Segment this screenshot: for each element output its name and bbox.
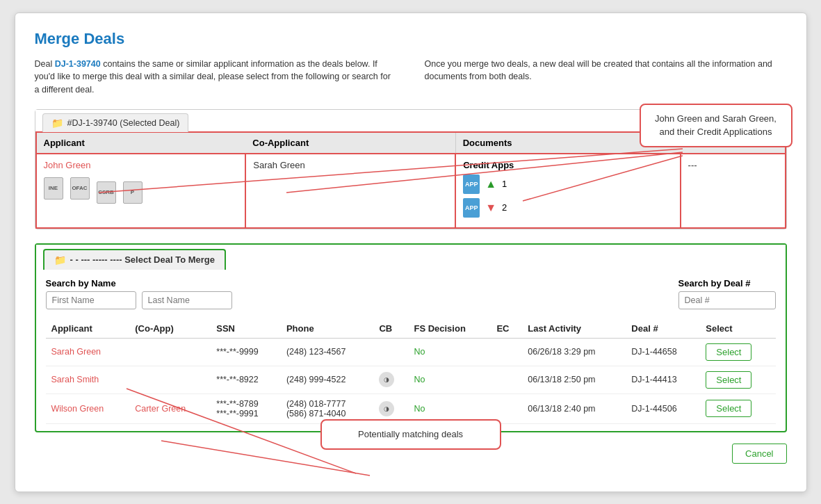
th-applicant: Applicant: [46, 319, 130, 339]
search-by-name-label: Search by Name: [46, 278, 232, 288]
row1-ec: [491, 338, 522, 366]
row3-applicant: Wilson Green: [46, 393, 130, 423]
doc-icon-ine: INE: [44, 177, 63, 204]
row2-deal-num: DJ-1-44413: [626, 366, 700, 393]
table-row: Sarah Smith ***-**-8922 (248) 999-4522 ◑…: [46, 366, 776, 393]
select-button-3[interactable]: Select: [706, 400, 751, 417]
doc-icon-ofac: OFAC: [70, 177, 90, 204]
row3-coapplicant: Carter Green: [129, 393, 211, 423]
doc-icon-p: P: [123, 177, 143, 204]
row1-last-activity: 06/26/18 3:29 pm: [522, 338, 626, 366]
coapplicant-header: Co-Applicant: [245, 132, 455, 154]
credit-app-count-1: 1: [502, 179, 507, 189]
credit-app-count-2: 2: [502, 202, 507, 213]
row2-ec: [491, 366, 522, 393]
callout-matching-text: Potentially matching deals: [358, 429, 463, 439]
description-row: Deal DJ-1-39740 contains the same or sim…: [35, 58, 787, 97]
merge-tab[interactable]: 📁 - - --- ----- ---- Select Deal To Merg…: [43, 249, 226, 270]
search-row: Search by Name Search by Deal #: [46, 278, 776, 309]
row1-deal-num: DJ-1-44658: [626, 338, 700, 366]
description-right: Once you merge two deals, a new deal wil…: [425, 58, 787, 97]
th-phone: Phone: [281, 319, 374, 339]
row2-applicant: Sarah Smith: [46, 366, 130, 393]
app-icon-2: APP: [463, 198, 480, 218]
row2-select-cell: Select: [700, 366, 775, 393]
selected-deal-tab[interactable]: 📁 #DJ-1-39740 (Selected Deal): [42, 113, 189, 132]
th-coapplicant: (Co-App): [129, 319, 211, 339]
cb-icon-3: ◑: [379, 401, 394, 416]
callout-john-sarah-text: John Green and Sarah Green,and their Cre…: [655, 113, 777, 138]
cancel-button[interactable]: Cancel: [732, 444, 786, 464]
creditapps-cell: Credit Apps APP ▲ 1 APP ▼ 2: [455, 154, 680, 228]
row1-coapplicant: [129, 338, 211, 366]
merge-section: 📁 - - --- ----- ---- Select Deal To Merg…: [35, 243, 787, 432]
row3-last-activity: 06/13/18 2:40 pm: [522, 393, 626, 423]
callout-matching: Potentially matching deals: [320, 419, 501, 450]
row3-ssn: ***-**-8789***-**-9991: [211, 393, 281, 423]
selected-deal-tab-label: #DJ-1-39740 (Selected Deal): [67, 118, 180, 128]
modal-title: Merge Deals: [35, 30, 787, 48]
th-select: Select: [700, 319, 775, 339]
row1-applicant: Sarah Green: [46, 338, 130, 366]
credit-app-row-2: APP ▼ 2: [463, 198, 672, 218]
credit-app-row-1: APP ▲ 1: [463, 174, 672, 194]
th-cb: CB: [373, 319, 408, 339]
row2-fs-decision: No: [408, 366, 491, 393]
description-left: Deal DJ-1-39740 contains the same or sim…: [35, 58, 397, 97]
applicant-header: Applicant: [36, 132, 246, 154]
row2-cb: ◑: [373, 366, 408, 393]
row3-select-cell: Select: [700, 393, 775, 423]
row2-phone: (248) 999-4522: [281, 366, 374, 393]
row1-fs-decision: No: [408, 338, 491, 366]
callout-john-sarah: John Green and Sarah Green,and their Cre…: [640, 104, 792, 147]
merge-folder-icon: 📁: [54, 254, 66, 266]
arrow-up-icon: ▲: [485, 178, 496, 190]
row3-deal-num: DJ-1-44506: [626, 393, 700, 423]
contract-cell: ---: [681, 154, 786, 228]
cb-icon-2: ◑: [379, 372, 394, 387]
table-row: Sarah Green ***-**-9999 (248) 123-4567 N…: [46, 338, 776, 366]
applicant-name: John Green: [44, 160, 238, 170]
app-icon-1: APP: [463, 174, 480, 194]
deal-number-input[interactable]: [678, 291, 776, 309]
th-last-activity: Last Activity: [522, 319, 626, 339]
row1-phone: (248) 123-4567: [281, 338, 374, 366]
select-button-1[interactable]: Select: [706, 343, 751, 361]
merge-tab-label: - - --- ----- ---- Select Deal To Merge: [70, 254, 215, 265]
search-inputs: [46, 291, 232, 309]
last-name-input[interactable]: [142, 291, 232, 309]
search-by-deal-group: Search by Deal #: [678, 278, 776, 309]
search-by-name-group: Search by Name: [46, 278, 232, 309]
merge-content: Search by Name Search by Deal # Applican…: [36, 268, 786, 431]
doc-icons: INE OFAC CSRB P: [44, 177, 238, 204]
contract-value: ---: [688, 160, 697, 170]
th-ec: EC: [491, 319, 522, 339]
row2-coapplicant: [129, 366, 211, 393]
doc-icon-csrb: CSRB: [97, 177, 116, 204]
th-deal-num: Deal #: [626, 319, 700, 339]
first-name-input[interactable]: [46, 291, 136, 309]
row1-ssn: ***-**-9999: [211, 338, 281, 366]
applicant-cell: John Green INE OFAC CSRB: [36, 154, 246, 228]
row2-last-activity: 06/13/18 2:50 pm: [522, 366, 626, 393]
row1-select-cell: Select: [700, 338, 775, 366]
row2-ssn: ***-**-8922: [211, 366, 281, 393]
coapplicant-name: Sarah Green: [253, 160, 448, 170]
credit-apps-label: Credit Apps: [463, 160, 672, 170]
deal-id: DJ-1-39740: [55, 59, 101, 69]
th-fs-decision: FS Decision: [408, 319, 491, 339]
select-button-2[interactable]: Select: [706, 371, 751, 389]
th-ssn: SSN: [211, 319, 281, 339]
search-by-deal-label: Search by Deal #: [678, 278, 776, 288]
row1-cb: [373, 338, 408, 366]
merge-deals-modal: Merge Deals Deal DJ-1-39740 contains the…: [15, 13, 807, 492]
folder-icon: 📁: [51, 117, 63, 129]
coapplicant-cell: Sarah Green: [245, 154, 455, 228]
deals-table: Applicant (Co-App) SSN Phone CB FS Decis…: [46, 319, 776, 424]
arrow-down-icon: ▼: [485, 202, 496, 214]
